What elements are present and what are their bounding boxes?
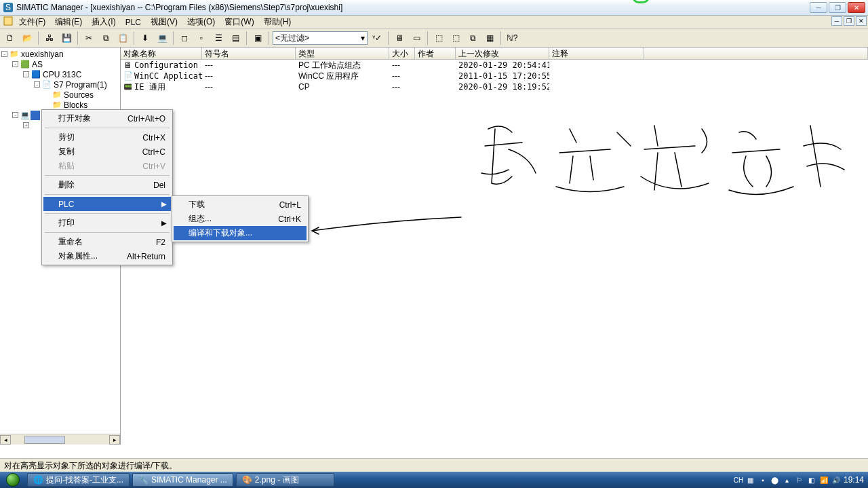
accessible-nodes-button[interactable]: 🖧 [42, 31, 57, 45]
details-button[interactable]: ▤ [228, 31, 243, 45]
tree-blocks[interactable]: 📁 Blocks [0, 100, 120, 110]
collapse-icon[interactable]: - [1, 51, 7, 57]
ctx-delete[interactable]: 删除Del [43, 178, 171, 192]
cascade-button[interactable]: ⧉ [465, 31, 480, 45]
collapse-icon[interactable]: - [34, 81, 40, 88]
tree-program[interactable]: - 📄 S7 Program(1) [0, 79, 120, 90]
menu-insert[interactable]: 插入(I) [87, 15, 119, 29]
ctx-download[interactable]: 下载Ctrl+L [174, 198, 307, 212]
tree-root[interactable]: - 📁 xuexishiyan [0, 49, 120, 59]
ctx-open-object[interactable]: 打开对象Ctrl+Alt+O [43, 111, 171, 126]
scroll-left-button[interactable]: ◂ [0, 435, 11, 445]
arrange-button[interactable]: ▦ [482, 31, 497, 45]
keyboard-icon[interactable]: ▦ [746, 475, 755, 485]
flag-icon[interactable]: ⚐ [795, 475, 804, 485]
separator [45, 232, 170, 233]
status-bar: 对在高亮显示对象下所选的对象进行编译/下载。 [0, 458, 868, 472]
tile-h-button[interactable]: ⬚ [431, 31, 446, 45]
mdi-close-button[interactable]: ✕ [856, 16, 867, 26]
menu-bar: 文件(F) 编辑(E) 插入(I) PLC 视图(V) 选项(O) 窗口(W) … [0, 16, 868, 29]
ctx-print[interactable]: 打印▶ [43, 216, 171, 230]
collapse-icon[interactable]: - [23, 71, 29, 77]
list-body: 🖥 Configuration --- PC 工作站点组态 --- 2020-0… [121, 60, 868, 92]
col-name[interactable]: 对象名称 [121, 48, 202, 59]
network-icon[interactable]: 📶 [819, 475, 829, 485]
list-row[interactable]: 📟 IE 通用 --- CP --- 2020-01-29 18:19:52 [121, 81, 868, 92]
station-icon: 🟩 [20, 60, 31, 69]
list-row[interactable]: 📄 WinCC Application --- WinCC 应用程序 --- 2… [121, 71, 868, 81]
expand-icon[interactable]: + [23, 122, 29, 128]
collapse-icon[interactable]: - [12, 61, 18, 67]
menu-view[interactable]: 视图(V) [146, 15, 182, 29]
tree-cpu[interactable]: - 🟦 CPU 313C [0, 69, 120, 79]
volume-icon[interactable]: 🔊 [831, 475, 841, 485]
ctx-properties[interactable]: 对象属性...Alt+Return [43, 249, 171, 263]
up-button[interactable]: ▣ [250, 31, 265, 45]
menu-file[interactable]: 文件(F) [15, 15, 50, 29]
tree-as[interactable]: - 🟩 AS [0, 59, 120, 69]
memory-card-button[interactable]: 💾 [59, 31, 74, 45]
tray-icon[interactable]: ▪ [758, 475, 768, 485]
download-button[interactable]: ⬇ [138, 31, 153, 45]
ime-indicator[interactable]: CH [734, 475, 743, 485]
col-modified[interactable]: 上一次修改 [456, 48, 549, 59]
col-type[interactable]: 类型 [296, 48, 389, 59]
scroll-right-button[interactable]: ▸ [109, 435, 120, 445]
col-author[interactable]: 作者 [415, 48, 456, 59]
open-button[interactable]: 📂 [20, 31, 35, 45]
tree-blocks-label: Blocks [62, 100, 89, 110]
taskbar-item-browser[interactable]: 🌐提问-找答案-工业支... [27, 473, 130, 487]
list-row[interactable]: 🖥 Configuration --- PC 工作站点组态 --- 2020-0… [121, 60, 868, 71]
tray-icon[interactable]: ▴ [783, 475, 792, 485]
ctx-cut[interactable]: 剪切Ctrl+X [43, 130, 171, 145]
sources-icon: 📁 [52, 90, 62, 100]
col-size[interactable]: 大小 [389, 48, 415, 59]
clock[interactable]: 19:14 [844, 475, 864, 485]
col-comment[interactable]: 注释 [549, 48, 644, 59]
menu-help[interactable]: 帮助(H) [260, 15, 296, 29]
tree-hscrollbar[interactable]: ◂ ▸ [0, 434, 120, 445]
program-icon: 📄 [41, 80, 52, 90]
ctx-plc[interactable]: PLC▶ [43, 197, 171, 211]
online-button[interactable]: 💻 [155, 31, 170, 45]
filter-select[interactable]: <无过滤>▾ [273, 31, 368, 45]
ctx-rename[interactable]: 重命名F2 [43, 235, 171, 249]
mdi-restore-button[interactable]: ❐ [844, 16, 854, 26]
cell-sym: --- [202, 71, 296, 81]
menu-options[interactable]: 选项(O) [183, 15, 219, 29]
ctx-compile-download[interactable]: 编译和下载对象... [174, 226, 307, 240]
configure-network-button[interactable]: ▭ [409, 31, 424, 45]
cell-size: --- [389, 82, 415, 92]
filter-button[interactable]: ᵞ✓ [370, 31, 384, 45]
maximize-button[interactable]: ❐ [829, 2, 846, 13]
menu-plc[interactable]: PLC [121, 16, 145, 29]
taskbar-item-simatic[interactable]: 🔧SIMATIC Manager ... [132, 473, 233, 487]
tile-v-button[interactable]: ⬚ [448, 31, 463, 45]
simulation-button[interactable]: 🖥 [392, 31, 407, 45]
paste-button[interactable]: 📋 [115, 31, 130, 45]
collapse-icon[interactable]: - [12, 112, 18, 118]
start-button[interactable] [0, 472, 26, 488]
minimize-button[interactable]: ─ [810, 2, 827, 13]
ctx-copy[interactable]: 复制Ctrl+C [43, 145, 171, 159]
close-button[interactable]: ✕ [848, 2, 865, 13]
menu-window[interactable]: 窗口(W) [220, 15, 258, 29]
list-button[interactable]: ☰ [211, 31, 226, 45]
small-icon-button[interactable]: ▫ [194, 31, 209, 45]
copy-button[interactable]: ⧉ [98, 31, 113, 45]
ctx-configure[interactable]: 组态...Ctrl+K [174, 212, 307, 226]
help-button[interactable]: ℕ? [505, 31, 519, 45]
tray-icon[interactable]: ⬤ [770, 475, 780, 485]
col-sym[interactable]: 符号名 [202, 48, 296, 59]
tree-sources[interactable]: 📁 Sources [0, 90, 120, 100]
large-icon-button[interactable]: ◻ [177, 31, 192, 45]
menu-edit[interactable]: 编辑(E) [51, 15, 86, 29]
new-button[interactable]: 🗋 [3, 31, 18, 45]
taskbar-item-paint[interactable]: 🎨2.png - 画图 [236, 473, 334, 487]
tray-icon[interactable]: ◧ [807, 475, 816, 485]
mdi-minimize-button[interactable]: ─ [831, 16, 842, 26]
scroll-thumb[interactable] [24, 436, 65, 444]
cut-button[interactable]: ✂ [81, 31, 96, 45]
cell-mod: 2020-01-29 18:19:52 [456, 82, 549, 92]
separator [38, 31, 39, 45]
